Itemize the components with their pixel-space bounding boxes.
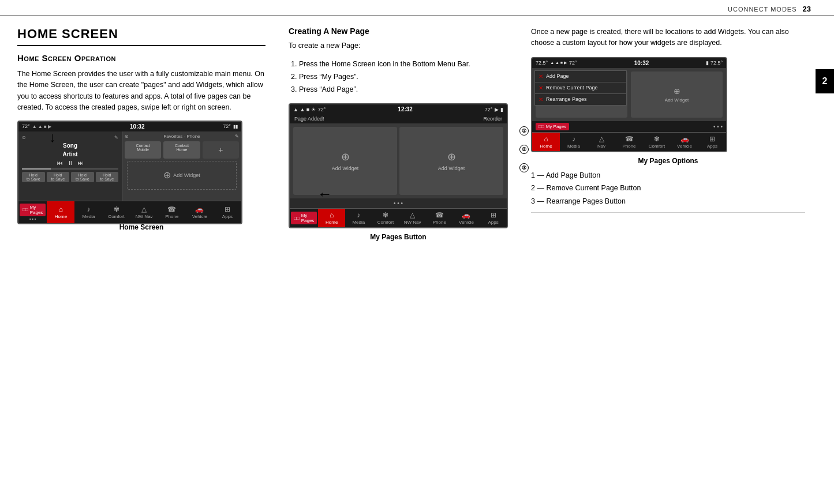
signal-icons: ▲ ▲ ■ ▶: [32, 124, 51, 129]
opt-icons: ▲ ▲ ■ ▶: [550, 61, 567, 65]
mps-temp-right: 72°: [485, 107, 493, 112]
mps-play-icons: ▶ ▮: [495, 107, 503, 112]
media-panel-icon: ⊙: [22, 135, 26, 140]
widget-plus-2: ⊕: [447, 151, 456, 163]
opt-comfort-icon: ✾: [654, 135, 660, 143]
nav-vehicle: 🚗 Vehicle: [186, 201, 214, 223]
media-label: Media: [83, 214, 95, 219]
dropdown-menu: ✕ Add Page ✕ Remove Current Page ✕ Rearr…: [534, 70, 627, 106]
opt-add-icon: ✕: [538, 73, 543, 80]
callout-1: ①: [519, 126, 529, 136]
creating-heading: Creating A New Page: [289, 27, 508, 36]
opt-nav-vehicle: 🚗 Vehicle: [671, 133, 698, 151]
opt-bottom-nav: ⌂ Home ♪ Media △ Nav ☎ P: [532, 132, 726, 151]
dots-indicator: • • •: [29, 217, 36, 221]
opt-home-label: Home: [540, 144, 552, 149]
mps-page-icon: □□: [294, 216, 300, 221]
progress-fill: [22, 168, 51, 170]
hold-buttons: Holdto Save Holdto Save Holdto Save Hold…: [22, 172, 118, 182]
vehicle-label: Vehicle: [192, 214, 207, 219]
mps-nav-label: NW Nav: [404, 220, 421, 225]
mps-phone-icon: ☎: [435, 211, 444, 219]
mps-phone-label: Phone: [433, 220, 446, 225]
mps-status-bar: ▲ ▲ ■ ☀ 72° 12:32 72° ▶ ▮: [290, 104, 507, 114]
mps-my-pages-label: □□ My Pages: [291, 212, 317, 224]
home-icon: ⌂: [59, 205, 63, 213]
mps-vehicle-icon: 🚗: [462, 211, 470, 219]
main-title: HOME SCREEN: [17, 27, 265, 46]
opt-my-pages-row: □□ My Pages • • •: [532, 121, 726, 132]
opt-nav-home: ⌂ Home: [532, 133, 560, 151]
options-caption: My Pages Options: [531, 157, 805, 165]
mps-comfort-label: Comfort: [377, 220, 394, 225]
add-widget-plus-icon: ⊕: [163, 170, 171, 180]
callout-numbers: ① ② ③: [519, 126, 529, 172]
opt-music-icon: ♪: [572, 135, 575, 143]
mps-icons: ▲ ▲ ■ ☀: [293, 107, 316, 112]
bottom-nav: □□ My Pages • • • ⌂ Home ♪ Media ✾: [18, 201, 241, 223]
hold-btn-2: Holdto Save: [47, 172, 70, 182]
mps-home-icon: ⌂: [330, 211, 334, 219]
opt-nav-label: Nav: [597, 144, 605, 149]
mps-apps-icon: ⊞: [491, 211, 496, 219]
home-label: Home: [55, 214, 67, 219]
sub-title: Home Screen Operation: [17, 53, 265, 63]
nav-nav: △ NW Nav: [130, 201, 158, 223]
opt-content-container: ⊕ Add Widget ⊕ Add Widget ✕: [532, 68, 726, 121]
phone-label: Phone: [165, 214, 178, 219]
right-intro-text: Once a new page is created, there will b…: [531, 27, 805, 49]
intro-text: To create a new Page:: [289, 40, 508, 51]
mps-nav-phone: ☎ Phone: [426, 209, 453, 227]
opt-nav-apps: ⊞ Apps: [698, 133, 726, 151]
legend-item-1: 1 — Add Page Button: [531, 171, 805, 181]
opt-remove-icon: ✕: [538, 85, 543, 91]
page-added-text: Page Added!: [294, 116, 324, 122]
mps-music-icon: ♪: [357, 211, 360, 219]
opt-nav-comfort: ✾ Comfort: [643, 133, 671, 151]
mps-pages-text: My Pages: [301, 213, 315, 223]
opt-widget-label-2: Add Widget: [665, 97, 689, 103]
left-column: HOME SCREEN Home Screen Operation The Ho…: [0, 27, 277, 241]
add-widget-label: Add Widget: [173, 172, 200, 178]
widget-box-1: ⊕ Add Widget: [293, 127, 397, 195]
nav-icon: △: [141, 205, 147, 213]
header-bar: UCONNECT MODES 23: [0, 0, 834, 16]
options-screen-mockup: 72.5° ▲ ▲ ■ ▶ 72° 10:32 ▮ 72.5°: [531, 57, 727, 152]
mps-nav-vehicle: 🚗 Vehicle: [453, 209, 480, 227]
opt-plus-2: ⊕: [674, 86, 680, 96]
opt-widget-2: ⊕ Add Widget: [631, 72, 723, 118]
mps-nav-icon: △: [410, 211, 415, 219]
opt-my-pages-text: My Pages: [546, 124, 567, 129]
nav-home: ⌂ Home: [47, 201, 74, 223]
step-3: Press “Add Page”.: [299, 84, 508, 95]
opt-battery: ▮ 72.5°: [706, 60, 723, 66]
widget-label-2: Add Widget: [438, 166, 465, 171]
apps-label: Apps: [222, 214, 233, 219]
mps-vehicle-label: Vehicle: [459, 220, 474, 225]
opt-my-pages-label: □□ My Pages: [536, 123, 569, 130]
widget-box-2: ⊕ Add Widget: [399, 127, 503, 195]
my-pages-arrow-icon: ←: [317, 185, 332, 203]
battery-icon: ▮▮: [233, 124, 238, 129]
down-arrow-icon: ↓: [49, 129, 56, 145]
mps-bottom-nav: □□ My Pages ⌂ Home ♪ Media: [290, 208, 507, 227]
pagination-dots: • • •: [394, 200, 403, 206]
home-screen-caption: Home Screen: [17, 223, 265, 231]
nav-comfort: ✾ Comfort: [103, 201, 130, 223]
page-added-bar: Page Added! Reorder: [290, 114, 507, 123]
opt-add-page: ✕ Add Page: [535, 71, 626, 82]
temp-left: 72°: [22, 123, 30, 129]
music-icon: ♪: [87, 205, 91, 213]
body-text: The Home Screen provides the user with a…: [17, 69, 265, 114]
opt-vehicle-label: Vehicle: [677, 144, 692, 149]
opt-nav-media: ♪ Media: [560, 133, 588, 151]
legend-list: 1 — Add Page Button 2 — Remove Current P…: [531, 171, 805, 207]
my-pages-nav: □□ My Pages • • •: [18, 201, 47, 223]
legend-item-3: 3 — Rearrange Pages Button: [531, 197, 805, 207]
content-area: HOME SCREEN Home Screen Operation The Ho…: [0, 16, 834, 241]
page-container: UCONNECT MODES 23 2 HOME SCREEN Home Scr…: [0, 0, 834, 504]
mps-media-label: Media: [352, 220, 365, 225]
opt-nav-icon: △: [599, 135, 604, 143]
temp-right: 72°: [223, 123, 231, 129]
widget-label-1: Add Widget: [332, 166, 359, 171]
